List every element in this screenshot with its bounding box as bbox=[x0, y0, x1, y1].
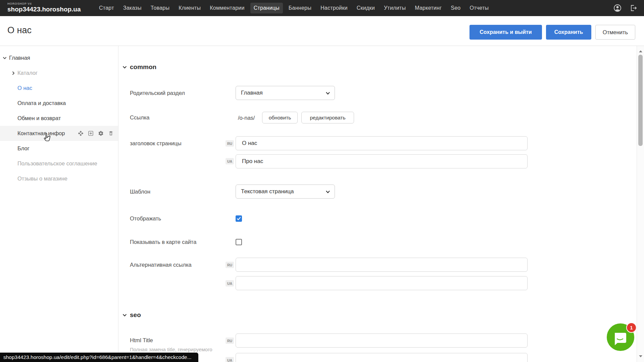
page-title-ua-input[interactable] bbox=[236, 154, 528, 168]
html-title-ua-input[interactable] bbox=[236, 353, 528, 362]
tree-item-agreement[interactable]: Пользовательское соглашение bbox=[0, 156, 118, 171]
html-title-ru-input[interactable] bbox=[236, 333, 528, 348]
chevron-down-icon bbox=[326, 190, 330, 194]
chevron-right-icon[interactable] bbox=[11, 71, 15, 75]
add-icon[interactable] bbox=[88, 131, 94, 136]
chevron-down-icon bbox=[326, 91, 330, 96]
display-label: Отображать bbox=[130, 215, 161, 222]
ru-badge: RU bbox=[226, 140, 234, 147]
tree-item-reviews[interactable]: Отзывы о магазине bbox=[0, 171, 118, 186]
html-title-hint: Полная замена title, генерируемого bbox=[130, 347, 212, 352]
chevron-down-icon[interactable] bbox=[3, 56, 7, 60]
brand-version: HOROSHOP V4 bbox=[7, 2, 81, 5]
nav-comments[interactable]: Комментарии bbox=[210, 5, 245, 11]
ru-badge: RU bbox=[226, 338, 234, 344]
ua-badge: UA bbox=[226, 280, 234, 287]
pages-tree-sidebar: Главная Каталог О нас Оплата и доставка … bbox=[0, 46, 118, 362]
display-checkbox[interactable] bbox=[236, 215, 242, 222]
collapse-icon[interactable] bbox=[122, 313, 127, 317]
save-exit-button[interactable]: Сохранить и выйти bbox=[469, 25, 542, 40]
cancel-button[interactable]: Отменить bbox=[595, 25, 635, 40]
tree-item-o-nas[interactable]: О нас bbox=[0, 81, 118, 96]
link-label: Ссылка bbox=[130, 112, 149, 123]
page-title-label: заголовок страницы bbox=[130, 136, 182, 150]
sitemap-checkbox[interactable] bbox=[236, 239, 242, 245]
section-seo[interactable]: seo bbox=[122, 311, 141, 319]
tree-item-oplata[interactable]: Оплата и доставка bbox=[0, 96, 118, 111]
nav-banners[interactable]: Баннеры bbox=[289, 5, 311, 11]
link-path: /o-nas/ bbox=[238, 115, 255, 121]
nav-orders[interactable]: Заказы bbox=[123, 5, 142, 11]
tree-item-actions bbox=[78, 131, 114, 136]
save-button[interactable]: Сохранить bbox=[546, 25, 591, 40]
page-header: О нас Сохранить и выйти Сохранить Отмени… bbox=[0, 16, 644, 46]
brand[interactable]: HOROSHOP V4 shop34423.horoshop.ua bbox=[7, 2, 81, 13]
alt-link-ru-input[interactable] bbox=[236, 258, 528, 272]
template-select[interactable]: Текстовая страница bbox=[236, 185, 335, 199]
ua-badge: UA bbox=[226, 158, 234, 164]
scrollbar-down-arrow[interactable] bbox=[639, 355, 642, 357]
ru-badge: RU bbox=[226, 262, 234, 268]
topbar: HOROSHOP V4 shop34423.horoshop.ua Старт … bbox=[0, 0, 644, 16]
alt-link-ua-input[interactable] bbox=[236, 276, 528, 290]
tree-item-glavnaya[interactable]: Главная bbox=[0, 50, 118, 65]
page-title-ru-input[interactable] bbox=[236, 136, 528, 150]
tree-item-obmen[interactable]: Обмен и возврат bbox=[0, 111, 118, 126]
nav-products[interactable]: Товары bbox=[151, 5, 170, 11]
link-refresh-button[interactable]: обновить bbox=[262, 112, 298, 123]
tree-item-kontaktnaya[interactable]: Контактная инфор bbox=[0, 126, 118, 141]
nav-discounts[interactable]: Скидки bbox=[357, 5, 375, 11]
nav-reports[interactable]: Отчеты bbox=[469, 5, 489, 11]
html-title-label: Html Title bbox=[130, 337, 153, 344]
nav-seo[interactable]: Seo bbox=[451, 5, 460, 11]
topbar-nav: Старт Заказы Товары Клиенты Комментарии … bbox=[99, 0, 489, 16]
settings-icon[interactable] bbox=[98, 131, 104, 136]
hand-cursor bbox=[42, 133, 54, 144]
ua-badge: UA bbox=[226, 357, 234, 362]
nav-settings[interactable]: Настройки bbox=[320, 5, 348, 11]
account-icon[interactable] bbox=[613, 4, 622, 12]
template-label: Шаблон bbox=[130, 185, 150, 199]
scrollbar[interactable] bbox=[637, 46, 644, 362]
delete-icon[interactable] bbox=[108, 131, 114, 136]
parent-section-label: Родительский раздел bbox=[130, 86, 185, 100]
status-url-tooltip: shop34423.horoshop.ua/edit/edit.php?id=6… bbox=[0, 353, 198, 362]
nav-pages[interactable]: Страницы bbox=[250, 3, 283, 13]
nav-clients[interactable]: Клиенты bbox=[179, 5, 201, 11]
body: Главная Каталог О нас Оплата и доставка … bbox=[0, 46, 644, 362]
chat-unread-badge: 1 bbox=[626, 322, 637, 333]
nav-marketing[interactable]: Маркетинг bbox=[415, 5, 442, 11]
nav-start[interactable]: Старт bbox=[99, 5, 114, 11]
check-icon bbox=[237, 216, 241, 221]
sitemap-label: Показывать в карте сайта bbox=[130, 239, 196, 245]
collapse-icon[interactable] bbox=[122, 65, 127, 69]
parent-section-select[interactable]: Главная bbox=[236, 86, 335, 100]
brand-domain: shop34423.horoshop.ua bbox=[7, 6, 81, 13]
logout-icon[interactable] bbox=[629, 4, 637, 12]
alt-link-label: Альтернативная ссылка bbox=[130, 258, 192, 272]
move-icon[interactable] bbox=[78, 131, 84, 136]
nav-utilities[interactable]: Утилиты bbox=[384, 5, 406, 11]
tree-item-blog[interactable]: Блог bbox=[0, 141, 118, 156]
link-edit-button[interactable]: редактировать bbox=[301, 112, 354, 123]
form-content: common Родительский раздел Главная Ссылк… bbox=[118, 46, 637, 362]
scrollbar-up-arrow[interactable] bbox=[639, 50, 642, 52]
section-common[interactable]: common bbox=[122, 63, 156, 71]
page-title: О нас bbox=[7, 25, 32, 36]
scrollbar-thumb[interactable] bbox=[638, 55, 643, 146]
tree-item-katalog[interactable]: Каталог bbox=[0, 65, 118, 81]
